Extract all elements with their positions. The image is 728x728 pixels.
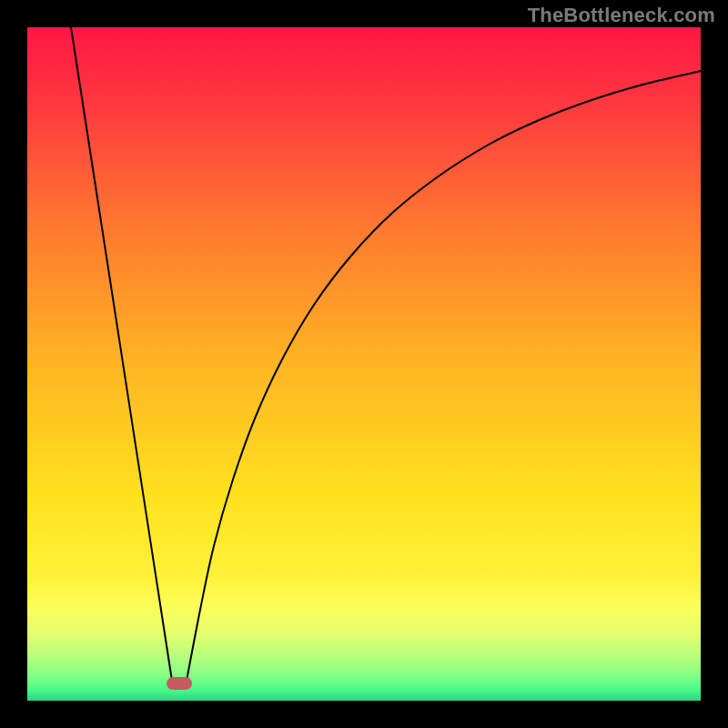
chart-marker <box>167 677 192 690</box>
chart-curve <box>27 27 701 701</box>
watermark-text: TheBottleneck.com <box>528 4 715 27</box>
chart-plot-area <box>27 27 701 701</box>
chart-outer-frame: TheBottleneck.com <box>0 0 728 728</box>
